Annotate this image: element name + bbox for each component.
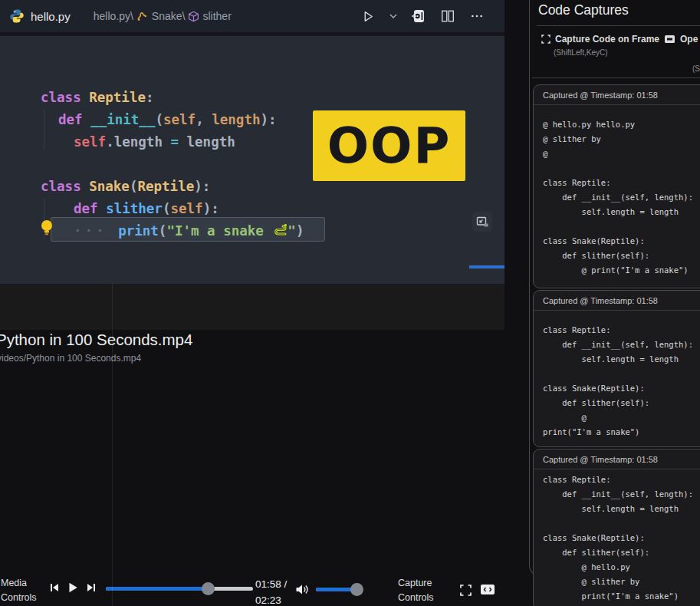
monitor-icon: [664, 35, 675, 44]
oop-badge: OOP: [313, 110, 465, 181]
fullscreen-icon[interactable]: [460, 585, 472, 596]
volume-slider[interactable]: [316, 588, 360, 591]
video-file-path: videos/Python in 100 Seconds.mp4: [0, 353, 141, 364]
capture-block-code: class Reptile: def __init__(self, length…: [534, 311, 700, 446]
media-controls-label: Media Controls: [1, 576, 47, 605]
panel-divider: [532, 77, 700, 78]
capture-block-header: Captured @ Timestamp: 01:58: [534, 291, 700, 311]
capture-block-code: class Reptile: def __init__(self, length…: [534, 469, 700, 606]
editor-title-bar: hello.py hello.py\ Snake\ slither: [0, 0, 504, 32]
time-total: 02:23: [255, 592, 287, 606]
open-preview-icon[interactable]: [409, 7, 428, 25]
run-dropdown-chevron-icon[interactable]: [388, 7, 399, 25]
more-actions-icon[interactable]: [468, 7, 486, 25]
panel-divider: [537, 25, 700, 26]
transport-buttons: [49, 581, 97, 594]
panel-title: Code Captures: [538, 2, 629, 18]
capture-corners-icon: [541, 35, 550, 44]
breadcrumb-class[interactable]: Snake\: [152, 10, 186, 22]
capture-block-code: @ hello.py hello.py @ slither by @ class…: [534, 105, 700, 284]
minimap-slider[interactable]: [469, 265, 504, 268]
layout-divider: [112, 284, 113, 606]
breadcrumb: hello.py\ Snake\ slither: [94, 10, 232, 22]
capture-block[interactable]: Captured @ Timestamp: 01:58class Reptile…: [533, 449, 700, 606]
volume-icon[interactable]: [295, 583, 310, 596]
open-button-label: Ope: [680, 34, 698, 44]
python-logo-icon: [9, 8, 25, 24]
open-button-shortcut: (S: [692, 64, 700, 73]
capture-frame-icon[interactable]: [480, 584, 495, 596]
time-display: 01:58 / 02:23: [255, 576, 287, 606]
picture-in-picture-button[interactable]: [472, 212, 492, 232]
video-code-line: class Reptile:: [41, 87, 304, 109]
capture-block-header: Captured @ Timestamp: 01:58: [534, 85, 700, 105]
active-tab-title[interactable]: hello.py: [31, 10, 71, 23]
play-button[interactable]: [67, 581, 79, 594]
media-controls-bar: Media Controls 01:58 / 02:23 Capture Con…: [0, 284, 504, 330]
open-button[interactable]: Ope: [664, 34, 698, 44]
progress-fill: [106, 587, 209, 591]
skip-next-button[interactable]: [86, 582, 97, 593]
editor-actions: [359, 0, 486, 32]
breadcrumb-method[interactable]: slither: [202, 10, 231, 22]
video-code-line: [41, 153, 304, 176]
run-icon[interactable]: [359, 7, 377, 25]
capture-code-shortcut: (ShiftLeft,KeyC): [554, 48, 608, 57]
class-symbol-icon: [136, 10, 149, 22]
split-editor-icon[interactable]: [439, 7, 457, 25]
video-code-line: class Snake(Reptile):: [41, 176, 304, 198]
time-current: 01:58 /: [255, 576, 287, 592]
method-symbol-icon: [188, 11, 199, 22]
video-code-line: def slither(self):: [41, 198, 304, 220]
video-frame[interactable]: class Reptile:def __init__(self, length)…: [0, 36, 504, 284]
video-file-title: Python in 100 Seconds.mp4: [0, 331, 192, 349]
progress-slider[interactable]: [106, 587, 253, 591]
snake-emoji: [271, 220, 288, 242]
skip-previous-button[interactable]: [49, 582, 60, 593]
volume-thumb[interactable]: [350, 583, 363, 596]
capture-block-header: Captured @ Timestamp: 01:58: [534, 450, 700, 469]
video-code-line: self.length = length: [41, 131, 304, 153]
video-code: class Reptile:def __init__(self, length)…: [41, 87, 304, 242]
oop-badge-text: OOP: [327, 117, 452, 174]
capture-block[interactable]: Captured @ Timestamp: 01:58class Reptile…: [533, 290, 700, 447]
breadcrumb-file[interactable]: hello.py\: [94, 10, 133, 22]
progress-thumb[interactable]: [202, 582, 215, 595]
capture-controls-label: Capture Controls: [398, 576, 447, 605]
video-code-line: def __init__(self, length):: [41, 109, 304, 131]
video-code-line: ··· print("I'm a snake "): [41, 220, 304, 242]
capture-block[interactable]: Captured @ Timestamp: 01:58@ hello.py he…: [533, 84, 700, 288]
capture-code-button[interactable]: Capture Code on Frame: [541, 34, 659, 44]
capture-code-button-label: Capture Code on Frame: [555, 34, 659, 44]
